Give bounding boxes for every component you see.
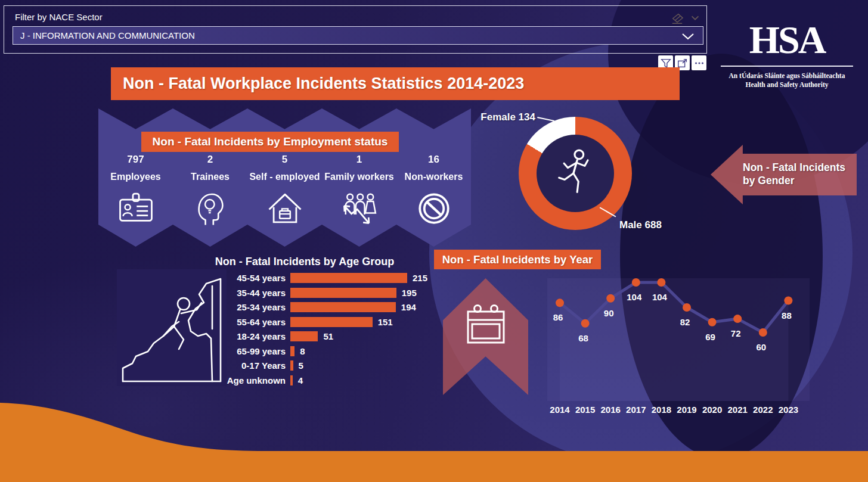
gender-donut-hole (537, 135, 614, 212)
year-data-point[interactable] (733, 315, 742, 323)
family-workers-label: Family workers (322, 172, 396, 182)
employment-card-non-workers[interactable]: 16 Non-workers (396, 108, 471, 247)
employment-card-trainees[interactable]: 2 Trainees (173, 108, 247, 247)
self-employed-label: Self - employed (247, 172, 322, 182)
year-data-point[interactable] (784, 297, 792, 305)
clear-selections-eraser-icon[interactable] (671, 13, 684, 24)
age-section-title: Non - Fatal Incidents by Age Group (194, 256, 415, 268)
year-data-point[interactable] (657, 278, 665, 287)
age-bar-row: 65-99 years8 (201, 346, 457, 357)
home-briefcase-icon (247, 191, 322, 225)
age-bar[interactable] (290, 273, 407, 283)
year-data-point[interactable] (581, 319, 590, 328)
trainees-value: 2 (173, 154, 247, 166)
non-workers-value: 16 (396, 154, 471, 166)
trainee-head-icon (173, 191, 247, 226)
more-options-button[interactable] (692, 55, 706, 70)
family-workers-value: 1 (322, 154, 396, 166)
employees-label: Employees (98, 172, 173, 182)
age-bar-row: 18-24 years51 (201, 331, 457, 342)
age-bar-row: 0-17 Years5 (201, 360, 457, 371)
age-bar-value: 215 (413, 273, 427, 283)
age-bar-row: 45-54 years215 (201, 272, 457, 284)
slicer-title: Filter by NACE Sector (15, 12, 103, 22)
year-data-label: 60 (756, 342, 766, 352)
age-bar-label: 65-99 years (201, 346, 290, 356)
employees-value: 797 (98, 154, 173, 166)
year-axis-label: 2023 (779, 405, 798, 415)
self-employed-value: 5 (247, 154, 322, 166)
gender-section-title-line1: Non - Fatal Incidents (743, 161, 845, 174)
employment-card-self-employed[interactable]: 5 Self - employed (247, 108, 322, 247)
year-data-point[interactable] (556, 298, 564, 307)
year-data-point[interactable] (632, 278, 640, 287)
year-axis-label: 2019 (677, 405, 696, 415)
year-data-label: 72 (731, 328, 741, 338)
trainees-label: Trainees (173, 172, 247, 182)
age-bar[interactable] (290, 360, 293, 371)
family-group-icon (322, 191, 396, 225)
nace-sector-selected-value: J - INFORMATION AND COMMUNICATION (20, 30, 195, 41)
year-data-label: 82 (680, 317, 690, 327)
hsa-logo-subtitle-irish: An tÚdarás Sláinte agus Sábháilteachta (712, 71, 861, 80)
nace-sector-dropdown[interactable]: J - INFORMATION AND COMMUNICATION (13, 26, 703, 45)
age-bar-value: 5 (299, 360, 303, 371)
year-section-title: Non - Fatal Incidents by Year (434, 250, 601, 269)
running-person-icon (556, 148, 594, 198)
id-card-icon (98, 191, 173, 225)
year-data-point[interactable] (759, 328, 767, 337)
year-axis-label: 2017 (626, 405, 646, 415)
age-bar[interactable] (290, 346, 294, 356)
age-bar-value: 195 (402, 288, 417, 298)
age-bar-label: 0-17 Years (201, 360, 290, 371)
age-bar-value: 8 (300, 346, 305, 356)
age-bar-chart: 45-54 years21535-44 years19525-34 years1… (201, 272, 457, 389)
hsa-logo-divider (721, 66, 853, 67)
age-bar-row: 55-64 years151 (201, 316, 457, 328)
page-title: Non - Fatal Workplace Incidents Statisti… (111, 67, 680, 100)
female-data-label: Female 134 (465, 111, 535, 123)
year-data-label: 88 (782, 310, 792, 321)
hsa-logo-subtitle-english: Health and Safety Authority (712, 80, 861, 89)
non-workers-label: Non-workers (396, 172, 471, 182)
age-bar[interactable] (290, 317, 373, 327)
year-axis-label: 2015 (575, 405, 595, 415)
age-bar-label: 25-34 years (201, 302, 290, 312)
age-bar-value: 4 (298, 375, 303, 385)
calendar-icon (466, 302, 506, 346)
year-line-chart[interactable]: 8620146820159020161042017104201882201969… (535, 271, 823, 420)
year-data-point[interactable] (606, 294, 615, 303)
employment-card-family-workers[interactable]: 1 Family workers (322, 108, 396, 247)
hsa-logo-text: HSA (712, 17, 861, 63)
age-bar-label: 55-64 years (201, 317, 290, 327)
year-axis-label: 2021 (728, 405, 748, 415)
age-bar[interactable] (290, 288, 396, 298)
more-options-ellipsis-icon (693, 57, 705, 69)
collapse-chevron-down-icon[interactable] (690, 13, 700, 23)
year-axis-label: 2022 (753, 405, 773, 415)
age-bar-label: 18-24 years (201, 331, 290, 341)
age-bar[interactable] (290, 331, 318, 341)
nace-sector-slicer: Filter by NACE Sector J - INFORMATION AN… (4, 5, 707, 54)
male-data-label: Male 688 (619, 219, 662, 231)
employment-card-employees[interactable]: 797 Employees (98, 108, 173, 247)
year-data-point[interactable] (708, 318, 717, 326)
gender-section-title-line2: by Gender (743, 174, 845, 187)
age-bar-row: 35-44 years195 (201, 287, 457, 298)
year-axis-label: 2016 (601, 405, 621, 415)
age-bar-label: Age unknown (201, 375, 290, 385)
age-bar-value: 194 (401, 302, 416, 312)
dashboard: Filter by NACE Sector J - INFORMATION AN… (0, 0, 868, 482)
year-data-point[interactable] (683, 303, 691, 312)
year-data-label: 86 (553, 312, 563, 322)
age-bar-value: 51 (323, 331, 333, 341)
age-bar[interactable] (290, 302, 396, 312)
hsa-logo: HSA An tÚdarás Sláinte agus Sábháilteach… (712, 17, 861, 89)
age-bar-row: Age unknown4 (201, 375, 457, 386)
year-data-label: 69 (705, 332, 715, 342)
age-bar-row: 25-34 years194 (201, 301, 457, 313)
gender-donut-ring[interactable] (519, 117, 632, 230)
age-bar-label: 45-54 years (201, 273, 290, 283)
age-bar[interactable] (290, 375, 293, 385)
age-bar-value: 151 (378, 317, 393, 327)
